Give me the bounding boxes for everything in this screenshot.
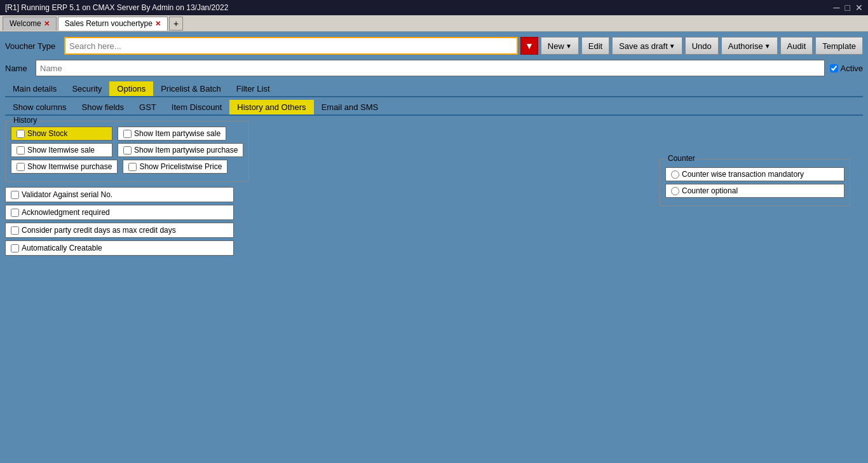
history-row-3: Show Itemwise purchase Show Pricelistwis…	[11, 160, 243, 174]
checkbox-show-itemwise-purchase-input[interactable]	[17, 163, 25, 171]
radio-counter-wise-mandatory[interactable]: Counter wise transaction mandatory	[665, 167, 844, 181]
history-row-2: Show Itemwise sale Show Item partywise p…	[11, 143, 243, 157]
tab-label: Sales Return vouchertype	[65, 19, 153, 28]
audit-button[interactable]: Audit	[780, 37, 813, 55]
radio-counter-wise-mandatory-input[interactable]	[671, 170, 679, 179]
new-arrow-icon: ▼	[566, 43, 572, 50]
voucher-type-search-input[interactable]	[64, 37, 518, 55]
checkbox-acknowledgment-input[interactable]	[11, 209, 19, 217]
radio-counter-optional-input[interactable]	[671, 187, 679, 195]
authorise-button[interactable]: Authorise ▼	[721, 37, 778, 55]
layout-row: History Show Stock Show Item partywise s…	[5, 121, 863, 258]
checkbox-show-stock-input[interactable]	[17, 130, 25, 138]
sub-tab-history-others[interactable]: History and Others	[229, 100, 313, 114]
checkbox-party-credit[interactable]: Consider party credit days as max credit…	[5, 223, 234, 238]
checkbox-party-credit-input[interactable]	[11, 226, 19, 235]
name-row: Name Active	[5, 60, 863, 76]
tab-options[interactable]: Options	[109, 81, 153, 96]
app-title: [R1] Running ERP 5.1 on CMAX Server By A…	[5, 3, 228, 12]
undo-button[interactable]: Undo	[685, 37, 719, 55]
tab-label: Welcome	[10, 19, 41, 28]
checkbox-show-item-partywise-sale[interactable]: Show Item partywise sale	[118, 127, 226, 141]
counter-group: Counter Counter wise transaction mandato…	[660, 159, 850, 206]
active-checkbox[interactable]	[830, 64, 838, 73]
checkbox-show-itemwise-sale-input[interactable]	[17, 146, 25, 155]
history-group-title: History	[11, 116, 39, 125]
checkbox-validator-input[interactable]	[11, 191, 19, 199]
sub-tab-show-columns[interactable]: Show columns	[5, 100, 74, 114]
voucher-type-dropdown-button[interactable]: ▼	[520, 37, 538, 55]
history-group: History Show Stock Show Item partywise s…	[5, 121, 249, 182]
new-button[interactable]: New ▼	[541, 37, 579, 55]
tab-pricelist-batch[interactable]: Pricelist & Batch	[153, 81, 229, 96]
template-button[interactable]: Template	[815, 37, 863, 55]
authorise-arrow-icon: ▼	[764, 43, 771, 50]
toolbar: Voucher Type ▼ New ▼ Edit Save as draft …	[5, 37, 863, 55]
checkbox-show-stock[interactable]: Show Stock	[11, 127, 112, 141]
sub-tab-email-sms[interactable]: Email and SMS	[314, 100, 386, 114]
save-as-draft-button[interactable]: Save as draft ▼	[612, 37, 682, 55]
window-controls: ─ □ ✕	[834, 3, 863, 13]
save-draft-arrow-icon: ▼	[669, 43, 675, 50]
checkbox-auto-creatable[interactable]: Automatically Creatable	[5, 240, 234, 256]
right-column: Counter Counter wise transaction mandato…	[660, 159, 863, 258]
checkbox-show-item-partywise-purchase-input[interactable]	[123, 146, 132, 155]
checkbox-show-pricelistwise-price-input[interactable]	[128, 163, 137, 171]
tab-security[interactable]: Security	[64, 81, 109, 96]
title-bar: [R1] Running ERP 5.1 on CMAX Server By A…	[0, 0, 868, 15]
tab-filter-list[interactable]: Filter List	[229, 81, 278, 96]
checkbox-validator[interactable]: Validator Against serial No.	[5, 187, 234, 202]
sub-tab-show-fields[interactable]: Show fields	[74, 100, 132, 114]
checkbox-show-itemwise-sale[interactable]: Show Itemwise sale	[11, 143, 112, 157]
checkbox-show-item-partywise-purchase[interactable]: Show Item partywise purchase	[118, 143, 243, 157]
main-tabs: Main details Security Options Pricelist …	[5, 81, 863, 97]
main-content: Voucher Type ▼ New ▼ Edit Save as draft …	[0, 32, 868, 263]
checkbox-show-itemwise-purchase[interactable]: Show Itemwise purchase	[11, 160, 118, 174]
tab-welcome[interactable]: Welcome ✕	[3, 17, 57, 31]
tab-close-icon[interactable]: ✕	[155, 20, 161, 28]
counter-group-title: Counter	[665, 154, 698, 163]
history-row-1: Show Stock Show Item partywise sale	[11, 127, 243, 141]
checkbox-acknowledgment[interactable]: Acknowledgment required	[5, 205, 234, 220]
active-checkbox-wrap: Active	[830, 64, 863, 73]
maximize-button[interactable]: □	[845, 3, 850, 13]
tab-sales-return[interactable]: Sales Return vouchertype ✕	[58, 17, 168, 31]
voucher-type-label: Voucher Type	[5, 41, 59, 51]
checkbox-show-pricelistwise-price[interactable]: Show Pricelistwise Price	[123, 160, 227, 174]
active-label: Active	[841, 64, 863, 73]
tab-close-icon[interactable]: ✕	[44, 20, 50, 28]
tab-bar: Welcome ✕ Sales Return vouchertype ✕ +	[0, 15, 868, 32]
checkbox-auto-creatable-input[interactable]	[11, 244, 19, 252]
name-label: Name	[5, 64, 31, 73]
sub-tab-gst[interactable]: GST	[132, 100, 164, 114]
add-tab-button[interactable]: +	[169, 17, 183, 31]
content-area: History Show Stock Show Item partywise s…	[5, 121, 863, 258]
sub-tabs: Show columns Show fields GST Item Discou…	[5, 100, 863, 116]
checkbox-show-item-partywise-sale-input[interactable]	[123, 130, 132, 138]
sub-tab-item-discount[interactable]: Item Discount	[164, 100, 229, 114]
minimize-button[interactable]: ─	[834, 3, 840, 13]
name-input[interactable]	[36, 60, 825, 76]
radio-counter-optional[interactable]: Counter optional	[665, 184, 844, 198]
left-column: History Show Stock Show Item partywise s…	[5, 121, 634, 258]
bottom-section: Validator Against serial No. Acknowledgm…	[5, 187, 634, 256]
tab-main-details[interactable]: Main details	[5, 81, 64, 96]
close-button[interactable]: ✕	[855, 3, 863, 13]
edit-button[interactable]: Edit	[581, 37, 609, 55]
